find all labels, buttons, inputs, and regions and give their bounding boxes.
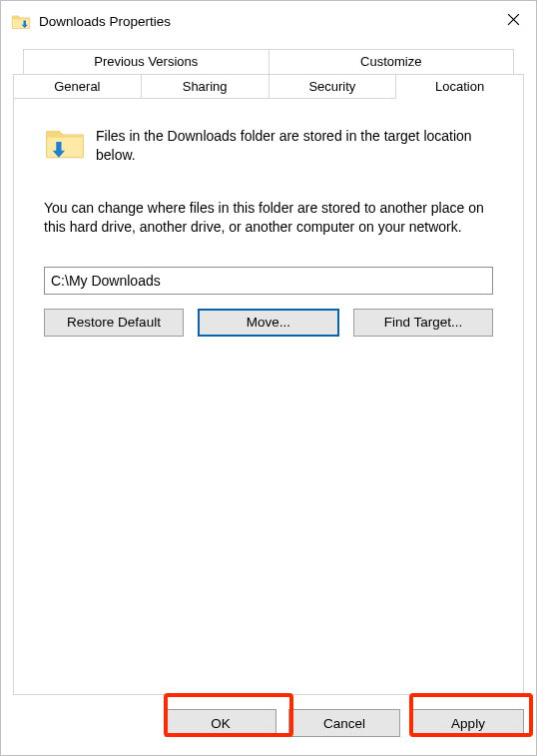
tabs: Previous Versions Customize General Shar… <box>13 49 524 695</box>
close-icon <box>507 13 520 29</box>
cancel-button[interactable]: Cancel <box>288 709 400 737</box>
downloads-folder-large-icon <box>44 121 86 163</box>
dialog-body: Previous Versions Customize General Shar… <box>1 41 536 755</box>
downloads-folder-icon <box>11 11 31 31</box>
tab-sharing[interactable]: Sharing <box>141 74 269 99</box>
info-row: Files in the Downloads folder are stored… <box>44 127 493 165</box>
find-target-button[interactable]: Find Target... <box>353 309 493 337</box>
close-button[interactable] <box>490 5 536 37</box>
location-button-row: Restore Default Move... Find Target... <box>44 309 493 337</box>
tab-previous-versions[interactable]: Previous Versions <box>23 49 269 74</box>
ok-button[interactable]: OK <box>165 709 276 737</box>
info-text: Files in the Downloads folder are stored… <box>96 127 493 165</box>
tab-general[interactable]: General <box>13 74 142 99</box>
properties-window: Downloads Properties Previous Versions C… <box>0 0 537 756</box>
tab-location[interactable]: Location <box>395 74 524 99</box>
move-button[interactable]: Move... <box>198 309 339 337</box>
tab-page-location: Files in the Downloads folder are stored… <box>13 98 524 695</box>
titlebar: Downloads Properties <box>1 1 536 41</box>
location-path-input[interactable] <box>44 267 493 295</box>
apply-button[interactable]: Apply <box>412 709 524 737</box>
tab-row-2: General Sharing Security Location <box>13 74 524 99</box>
description-text: You can change where files in this folde… <box>44 199 493 237</box>
tab-security[interactable]: Security <box>268 74 397 99</box>
dialog-footer: OK Cancel Apply <box>13 695 524 745</box>
window-title: Downloads Properties <box>39 14 490 29</box>
restore-default-button[interactable]: Restore Default <box>44 309 184 337</box>
tab-customize[interactable]: Customize <box>268 49 515 74</box>
tab-row-1: Previous Versions Customize <box>13 49 524 74</box>
